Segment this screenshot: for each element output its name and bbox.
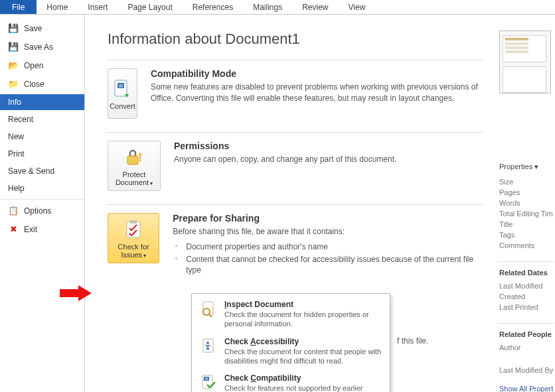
- sidebar-close[interactable]: 📁Close: [0, 76, 84, 93]
- menu-item-desc: Check the document for content that peop…: [224, 347, 382, 366]
- tab-mailings[interactable]: Mailings: [243, 0, 292, 14]
- sidebar-new[interactable]: New: [0, 129, 84, 145]
- section-text: Some new features are disabled to preven…: [151, 82, 483, 104]
- svg-point-12: [206, 342, 209, 344]
- tab-page-layout[interactable]: Page Layout: [118, 0, 182, 14]
- sidebar-options[interactable]: 📋Options: [0, 202, 84, 220]
- chevron-down-icon: ▾: [143, 253, 146, 259]
- properties-pane: Properties ▾ Size Pages Words Total Edit…: [495, 15, 555, 392]
- protect-document-button[interactable]: Protect Document▾: [108, 141, 161, 191]
- tab-insert[interactable]: Insert: [78, 0, 118, 14]
- inspect-document-icon: [199, 300, 218, 318]
- check-issues-icon: [123, 219, 144, 240]
- thumb-page: [503, 66, 546, 94]
- prop-row: Author: [499, 342, 554, 353]
- sidebar-print[interactable]: Print: [0, 146, 84, 162]
- issues-list: Document properties and author's name Co…: [173, 241, 483, 277]
- svg-rect-4: [138, 153, 142, 157]
- check-issues-button[interactable]: Check for Issues▾: [108, 213, 159, 263]
- related-dates-heading: Related Dates: [499, 261, 554, 277]
- sidebar-open[interactable]: 📂Open: [0, 57, 84, 74]
- tab-review[interactable]: Review: [292, 0, 338, 14]
- button-label: Protect Document▾: [110, 170, 159, 186]
- svg-rect-3: [127, 156, 138, 164]
- ribbon-tabs: File Home Insert Page Layout References …: [0, 0, 555, 15]
- protect-icon: [123, 147, 145, 168]
- save-icon: 💾: [8, 23, 19, 34]
- menu-check-accessibility[interactable]: Check Accessibility Check the document f…: [194, 333, 388, 370]
- sidebar-recent[interactable]: Recent: [0, 111, 84, 127]
- sidebar-help[interactable]: Help: [0, 180, 84, 196]
- button-label: Convert: [110, 102, 135, 110]
- button-label: Check for Issues▾: [110, 243, 157, 259]
- sidebar-save-as[interactable]: 💾Save As: [0, 38, 84, 56]
- exit-icon: ✖: [8, 224, 19, 235]
- menu-inspect-document[interactable]: Inspect Document Check the document for …: [194, 296, 388, 333]
- thumb-page: [503, 35, 546, 62]
- svg-rect-6: [127, 222, 140, 237]
- menu-item-desc: Check for features not supported by earl…: [224, 383, 382, 392]
- partial-text: f this file.: [397, 336, 428, 346]
- related-people-heading: Related People: [499, 323, 554, 338]
- tab-home[interactable]: Home: [37, 0, 78, 14]
- save-as-icon: 💾: [8, 42, 19, 52]
- tab-view[interactable]: View: [339, 0, 376, 14]
- sidebar-label: Save As: [24, 42, 53, 52]
- tab-file[interactable]: File: [0, 0, 37, 14]
- sidebar-label: Print: [8, 149, 25, 159]
- svg-text:W: W: [119, 84, 123, 88]
- svg-rect-5: [139, 156, 141, 162]
- sidebar-label: Save: [24, 24, 42, 33]
- list-item: Content that cannot be checked for acces…: [175, 253, 483, 277]
- prop-row: Title: [499, 219, 554, 229]
- prop-row: Size: [499, 176, 554, 187]
- sidebar-label: Save & Send: [8, 166, 54, 176]
- convert-icon: W: [112, 78, 133, 99]
- backstage-content: Information about Document1 W Convert Co…: [85, 15, 495, 392]
- prop-row: Created: [499, 291, 554, 302]
- convert-button[interactable]: W Convert: [108, 68, 137, 119]
- tab-references[interactable]: References: [183, 0, 243, 14]
- sidebar-save[interactable]: 💾Save: [0, 20, 84, 37]
- document-thumb: [499, 31, 551, 94]
- sidebar-label: Exit: [24, 225, 37, 234]
- section-heading: Compatibility Mode: [151, 68, 483, 79]
- prop-row: Tags: [499, 229, 554, 240]
- svg-rect-7: [130, 220, 137, 224]
- menu-item-desc: Check the document for hidden properties…: [224, 310, 382, 329]
- section-compatibility: W Convert Compatibility Mode Some new fe…: [108, 60, 483, 132]
- prop-row: Total Editing Tim: [499, 208, 554, 219]
- sidebar-label: Close: [24, 80, 44, 89]
- sidebar-exit[interactable]: ✖Exit: [0, 221, 84, 238]
- close-icon: 📁: [8, 79, 19, 90]
- check-issues-menu: Inspect Document Check the document for …: [191, 293, 390, 392]
- annotation-arrow: [58, 285, 93, 301]
- section-heading: Permissions: [174, 141, 396, 151]
- page-title: Information about Document1: [108, 31, 483, 48]
- sidebar-save-send[interactable]: Save & Send: [0, 163, 84, 179]
- accessibility-icon: [199, 337, 218, 356]
- sidebar-label: Open: [24, 61, 43, 70]
- open-icon: 📂: [8, 60, 19, 71]
- compatibility-icon: W: [199, 373, 218, 392]
- list-item: Document properties and author's name: [175, 241, 483, 253]
- prop-row: Last Modified: [499, 281, 554, 291]
- backstage-sidebar: 💾Save 💾Save As 📂Open 📁Close Info Recent …: [0, 15, 85, 392]
- menu-item-title: Check Compatibility: [224, 373, 382, 383]
- menu-check-compatibility[interactable]: W Check Compatibility Check for features…: [194, 369, 388, 392]
- section-text: Anyone can open, copy, and change any pa…: [174, 154, 396, 165]
- svg-text:W: W: [205, 377, 208, 381]
- sidebar-label: Info: [8, 98, 21, 107]
- menu-item-title: Check Accessibility: [224, 337, 382, 346]
- prop-row: Last Printed: [499, 302, 554, 312]
- section-heading: Prepare for Sharing: [173, 213, 483, 224]
- properties-heading[interactable]: Properties ▾: [499, 163, 554, 171]
- prop-row: Words: [499, 198, 554, 208]
- sidebar-label: Recent: [8, 115, 33, 124]
- sidebar-separator: [0, 199, 84, 200]
- sidebar-info[interactable]: Info: [0, 94, 84, 110]
- show-all-properties-link[interactable]: Show All Propert: [499, 385, 553, 392]
- section-text: Before sharing this file, be aware that …: [173, 226, 483, 237]
- options-icon: 📋: [8, 206, 19, 216]
- menu-item-title: Inspect Document: [224, 300, 382, 309]
